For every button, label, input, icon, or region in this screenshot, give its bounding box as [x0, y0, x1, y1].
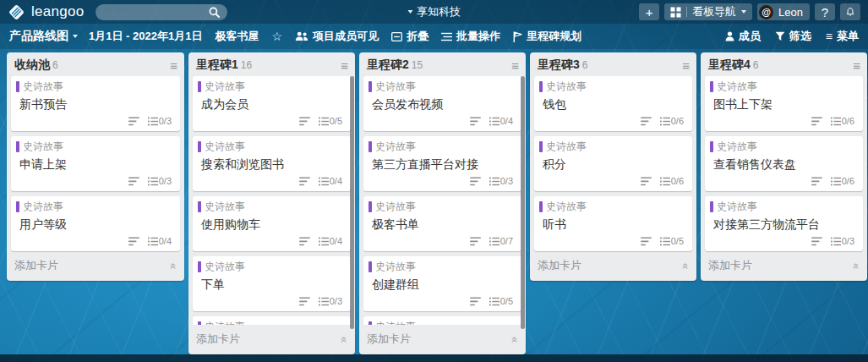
search-icon: [209, 7, 220, 18]
menu-button[interactable]: ≡ 菜单: [826, 29, 859, 44]
top-bar: leangoo 享知科技 + 看板导航 @ Leon ?: [0, 0, 868, 24]
grid-icon: [670, 7, 681, 18]
card[interactable]: 史诗故事 对接第三方物流平台 0/3: [705, 196, 863, 251]
members-button[interactable]: 成员: [725, 29, 761, 44]
description-icon: [128, 237, 140, 246]
card[interactable]: 史诗故事 积分 0/6: [534, 136, 692, 191]
collapse-column-icon[interactable]: «: [168, 262, 179, 268]
card-meta: 0/6: [539, 173, 684, 189]
column-cards: 史诗故事 会员发布视频 0/4 史诗故事 第三方直播平台对接: [359, 76, 526, 325]
card[interactable]: 史诗故事 第三方直播平台对接 0/3: [363, 136, 521, 191]
batch-list-icon: [441, 32, 452, 41]
collapse-column-icon[interactable]: «: [851, 262, 862, 268]
user-menu[interactable]: @ Leon: [757, 3, 810, 20]
epic-row: 史诗故事: [198, 80, 344, 92]
card[interactable]: 史诗故事 听书 0/5: [534, 196, 692, 251]
help-button[interactable]: ?: [815, 3, 835, 20]
filter-button[interactable]: 筛选: [775, 29, 811, 44]
epic-color-bar: [539, 141, 543, 152]
column-cards: 史诗故事 新书预告 0/3 史诗故事 申请上架: [7, 76, 184, 251]
checklist-count: 0/3: [500, 176, 513, 186]
column-menu-icon[interactable]: ≡: [853, 59, 860, 72]
org-switcher[interactable]: 享知科技: [407, 4, 461, 19]
column-title[interactable]: 收纳池: [14, 58, 50, 73]
card[interactable]: 史诗故事 搜索和浏览图书 0/4: [193, 136, 351, 191]
column-header: 里程碑2 15 ≡: [359, 52, 526, 76]
add-card-button[interactable]: 添加卡片: [196, 332, 240, 347]
card-meta: 0/3: [16, 113, 172, 129]
notifications-button[interactable]: [840, 3, 860, 20]
button-divider: [686, 7, 687, 17]
card-meta: 0/3: [368, 173, 513, 189]
card[interactable]: 史诗故事: [363, 316, 521, 325]
column-title[interactable]: 里程碑2: [367, 58, 409, 73]
kanban-board: 收纳池 6 ≡ 史诗故事 新书预告 0/3: [0, 49, 868, 354]
favorite-star-icon[interactable]: ☆: [271, 30, 282, 43]
card[interactable]: 史诗故事 极客书单 0/7: [363, 196, 521, 251]
column-cards: 史诗故事 钱包 0/6 史诗故事 积分: [530, 76, 696, 251]
card-title: 下单: [201, 277, 344, 292]
collapse-column-icon[interactable]: «: [339, 336, 350, 342]
leangoo-logo[interactable]: leangoo: [8, 3, 85, 21]
card[interactable]: 史诗故事 下单 0/3: [193, 256, 351, 311]
epic-label: 史诗故事: [546, 140, 587, 154]
avatar: @: [759, 5, 773, 19]
column-scrollbar[interactable]: [521, 76, 525, 329]
epic-row: 史诗故事: [198, 200, 344, 212]
horizontal-scrollbar-track[interactable]: [0, 354, 868, 362]
checklist-indicator: 0/6: [660, 116, 684, 126]
date-range[interactable]: 1月1日 - 2022年1月1日: [89, 29, 202, 44]
description-icon: [299, 297, 311, 306]
column-title[interactable]: 里程碑4: [708, 58, 751, 73]
checklist-icon: [148, 237, 158, 246]
description-icon: [128, 177, 140, 186]
description-icon: [641, 117, 652, 126]
card[interactable]: 史诗故事 成为会员 0/5: [193, 76, 351, 131]
board-column: 里程碑3 6 ≡ 史诗故事 钱包 0/6: [530, 52, 696, 281]
checklist-icon: [148, 117, 158, 126]
card[interactable]: 史诗故事 查看销售仪表盘 0/6: [705, 136, 863, 191]
menu-label: 菜单: [837, 29, 859, 44]
add-card-button[interactable]: 添加卡片: [14, 258, 58, 273]
collapse-column-icon[interactable]: «: [680, 262, 691, 268]
card[interactable]: 史诗故事 用户等级 0/4: [11, 196, 180, 251]
visibility-setting[interactable]: 项目成员可见: [295, 29, 379, 44]
add-card-button[interactable]: 添加卡片: [708, 258, 752, 273]
collapse-column-icon[interactable]: «: [510, 336, 521, 342]
card-title: 极客书单: [372, 217, 515, 232]
search-input[interactable]: [104, 5, 209, 19]
board-title-dropdown[interactable]: 产品路线图: [9, 29, 78, 44]
batch-operations-button[interactable]: 批量操作: [441, 29, 500, 44]
card[interactable]: 史诗故事 使用购物车 0/4: [193, 196, 351, 251]
description-icon: [811, 177, 823, 186]
checklist-icon: [148, 177, 158, 186]
add-card-button[interactable]: 添加卡片: [367, 332, 411, 347]
checklist-count: 0/4: [330, 236, 342, 246]
add-board-button[interactable]: +: [639, 3, 659, 20]
collapse-all-button[interactable]: 折叠: [391, 29, 429, 44]
card[interactable]: 史诗故事 会员发布视频 0/4: [363, 76, 521, 131]
column-menu-icon[interactable]: ≡: [511, 59, 519, 72]
epic-row: 史诗故事: [368, 80, 515, 92]
column-title[interactable]: 里程碑1: [196, 58, 238, 73]
card[interactable]: 史诗故事 新书预告 0/3: [11, 76, 180, 131]
card[interactable]: 史诗故事 钱包 0/6: [534, 76, 692, 131]
add-card-button[interactable]: 添加卡片: [538, 258, 581, 273]
card[interactable]: 史诗故事: [193, 316, 351, 325]
search-box[interactable]: [96, 4, 227, 20]
column-title[interactable]: 里程碑3: [538, 58, 580, 73]
column-scrollbar[interactable]: [350, 76, 354, 329]
card[interactable]: 史诗故事 图书上下架 0/6: [705, 76, 863, 131]
column-menu-icon[interactable]: ≡: [170, 59, 177, 72]
card[interactable]: 史诗故事 创建群组 0/5: [363, 256, 521, 311]
checklist-indicator: 0/4: [148, 236, 172, 246]
boards-nav-button[interactable]: 看板导航: [664, 3, 752, 20]
column-menu-icon[interactable]: ≡: [341, 59, 348, 72]
column-count: 6: [52, 59, 58, 71]
column-menu-icon[interactable]: ≡: [682, 59, 690, 72]
card-title: 新书预告: [19, 97, 173, 112]
milestone-planning-button[interactable]: 里程碑规划: [513, 29, 581, 44]
card[interactable]: 史诗故事 申请上架 0/3: [11, 136, 180, 191]
project-name[interactable]: 极客书屋: [215, 29, 259, 44]
checklist-indicator: 0/3: [319, 296, 342, 306]
